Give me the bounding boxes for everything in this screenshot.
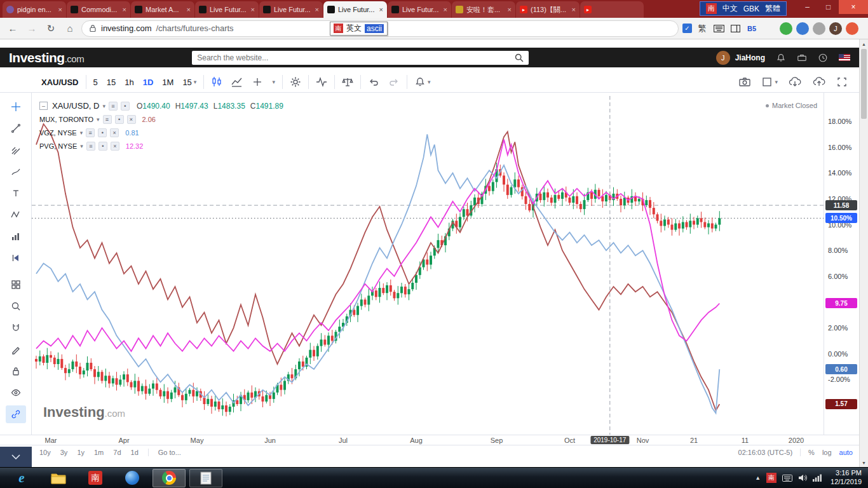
- search-input[interactable]: [197, 53, 515, 62]
- tab-close-icon[interactable]: ×: [251, 6, 255, 13]
- interval-1h[interactable]: 1h: [120, 74, 138, 90]
- range-1d[interactable]: 1d: [131, 449, 139, 456]
- collapse-icon[interactable]: –: [39, 102, 48, 110]
- omnibox[interactable]: investing.com/charts/futures-charts 南 英文…: [81, 20, 679, 37]
- portfolio-briefcase-icon[interactable]: [797, 53, 807, 63]
- legend-settings-button[interactable]: ≡: [103, 115, 112, 124]
- range-7d[interactable]: 7d: [113, 449, 121, 456]
- range-3y[interactable]: 3y: [60, 449, 68, 456]
- magnet-tool-icon[interactable]: [6, 319, 26, 337]
- tab-close-icon[interactable]: ×: [123, 6, 126, 13]
- chevron-down-icon[interactable]: ▾: [80, 130, 83, 136]
- brush-tool-icon[interactable]: [6, 163, 26, 180]
- tray-ime-icon[interactable]: 南: [766, 473, 776, 483]
- range-1m[interactable]: 1m: [94, 449, 104, 456]
- trend-line-tool-icon[interactable]: [6, 119, 26, 137]
- cloud-save-icon[interactable]: [812, 76, 826, 88]
- tab-live-futures-2[interactable]: Live Futur... ×: [259, 1, 323, 18]
- legend-hide-button[interactable]: •: [98, 142, 107, 151]
- legend-compare-row-pvg[interactable]: PVG, NYSE ▾ ≡ • × 12.32: [39, 139, 283, 152]
- search-icon[interactable]: [515, 53, 524, 62]
- price-axis[interactable]: 18.00%16.00%14.00%12.00%10.00%8.00%6.00%…: [824, 93, 859, 435]
- forward-button[interactable]: →: [24, 21, 39, 36]
- templates-grid-icon[interactable]: [6, 276, 26, 294]
- settings-gear-icon[interactable]: [285, 74, 306, 90]
- extension-check-icon[interactable]: ✓: [682, 24, 692, 33]
- taskbar-media-app-button[interactable]: [116, 469, 149, 487]
- interval-1d[interactable]: 1D: [139, 74, 158, 90]
- alert-bell-icon[interactable]: ▾: [410, 74, 435, 90]
- tab-close-icon[interactable]: ×: [572, 6, 576, 13]
- legend-settings-button[interactable]: ≡: [86, 142, 95, 151]
- taskbar-clock[interactable]: 3:16 PM 12/1/2019: [831, 469, 862, 487]
- tab-close-icon[interactable]: ×: [58, 6, 62, 13]
- ime-language-bar[interactable]: 南 中文 GBK 繁體: [700, 1, 787, 16]
- page-scrollbar[interactable]: ▲ ▼: [859, 39, 868, 467]
- goto-button[interactable]: Go to...: [158, 449, 181, 456]
- browser-menu-icon[interactable]: [846, 22, 858, 35]
- scroll-up-icon[interactable]: ▲: [860, 39, 868, 48]
- tab-close-icon[interactable]: ×: [508, 6, 512, 13]
- tab-chinese-forum[interactable]: 安啦！套... ×: [452, 1, 515, 18]
- ime-encoding-button[interactable]: GBK: [743, 4, 759, 13]
- profile-avatar[interactable]: J: [829, 22, 842, 35]
- tray-network-icon[interactable]: [813, 474, 822, 482]
- tab-live-futures-3[interactable]: Live Futur... ×: [388, 1, 451, 18]
- extension-traditional-icon[interactable]: 繁: [696, 22, 709, 36]
- hidden-icons-button[interactable]: ▲: [755, 475, 761, 481]
- taskbar-explorer-button[interactable]: [42, 469, 75, 487]
- object-tree-toggle[interactable]: [0, 447, 32, 467]
- undo-icon[interactable]: [363, 74, 384, 90]
- tab-live-futures-1[interactable]: Live Futur... ×: [195, 1, 259, 18]
- tab-pidgin[interactable]: pidgin en... ×: [3, 1, 66, 18]
- zoom-tool-icon[interactable]: [6, 297, 26, 315]
- layout-select-icon[interactable]: ▾: [761, 76, 778, 88]
- tab-commodities[interactable]: Commodi... ×: [67, 1, 130, 18]
- text-tool-icon[interactable]: [6, 184, 26, 202]
- language-flag-icon[interactable]: [839, 54, 850, 61]
- forecast-tool-icon[interactable]: [6, 227, 26, 245]
- log-scale-toggle[interactable]: log: [822, 449, 832, 456]
- scales-icon[interactable]: [337, 74, 358, 90]
- compare-icon[interactable]: [247, 74, 268, 90]
- tab-youtube-2[interactable]: ▸: [580, 1, 644, 18]
- tab-close-icon[interactable]: ×: [444, 6, 447, 13]
- extension-green-icon[interactable]: [780, 22, 792, 35]
- compare-symbol[interactable]: VGZ, NYSE: [39, 129, 77, 137]
- interval-15[interactable]: 15: [102, 74, 120, 90]
- notifications-bell-icon[interactable]: [776, 53, 786, 63]
- tab-live-futures-active[interactable]: Live Futur... ×: [323, 1, 387, 18]
- ime-charset-button[interactable]: 繁體: [765, 3, 780, 14]
- auto-scale-toggle[interactable]: auto: [839, 449, 853, 456]
- lock-tool-icon[interactable]: [6, 362, 26, 380]
- crosshair-tool-icon[interactable]: [6, 98, 26, 116]
- symbol-button[interactable]: XAU/USD: [37, 74, 83, 90]
- legend-hide-button[interactable]: •: [98, 128, 107, 137]
- reload-button[interactable]: ↻: [43, 21, 58, 36]
- link-tool-icon[interactable]: [6, 405, 26, 423]
- chevron-down-icon[interactable]: ▾: [80, 143, 83, 149]
- interval-1m[interactable]: 1M: [158, 74, 178, 90]
- user-menu[interactable]: J JiaHong: [716, 51, 765, 65]
- ime-mode-button[interactable]: 中文: [722, 3, 738, 14]
- tray-keyboard-icon[interactable]: [782, 475, 792, 482]
- tab-close-icon[interactable]: ×: [379, 6, 383, 13]
- legend-compare-row-mux[interactable]: MUX, TORONTO ▾ ≡ • × 2.06: [39, 112, 283, 126]
- back-arrow-icon[interactable]: [6, 249, 26, 267]
- tab-market[interactable]: Market A... ×: [131, 1, 194, 18]
- interval-custom[interactable]: 15▾: [178, 74, 201, 90]
- padlock-icon[interactable]: [89, 24, 97, 32]
- indicators-icon[interactable]: [311, 74, 332, 90]
- tab-close-icon[interactable]: ×: [315, 6, 319, 13]
- extension-blue-icon[interactable]: [796, 22, 809, 35]
- pattern-tool-icon[interactable]: [6, 206, 26, 224]
- legend-settings-button[interactable]: ≡: [109, 102, 118, 111]
- tab-youtube-1[interactable]: ▸ (113)【關... ×: [516, 1, 580, 18]
- chevron-down-icon[interactable]: ▾: [102, 103, 105, 109]
- legend-settings-button[interactable]: ≡: [86, 128, 95, 137]
- legend-close-button[interactable]: ×: [110, 128, 119, 137]
- user-avatar[interactable]: J: [716, 51, 730, 65]
- taskbar-ie-button[interactable]: e: [5, 469, 38, 487]
- recent-clock-icon[interactable]: [818, 53, 828, 63]
- redo-icon[interactable]: [384, 74, 404, 90]
